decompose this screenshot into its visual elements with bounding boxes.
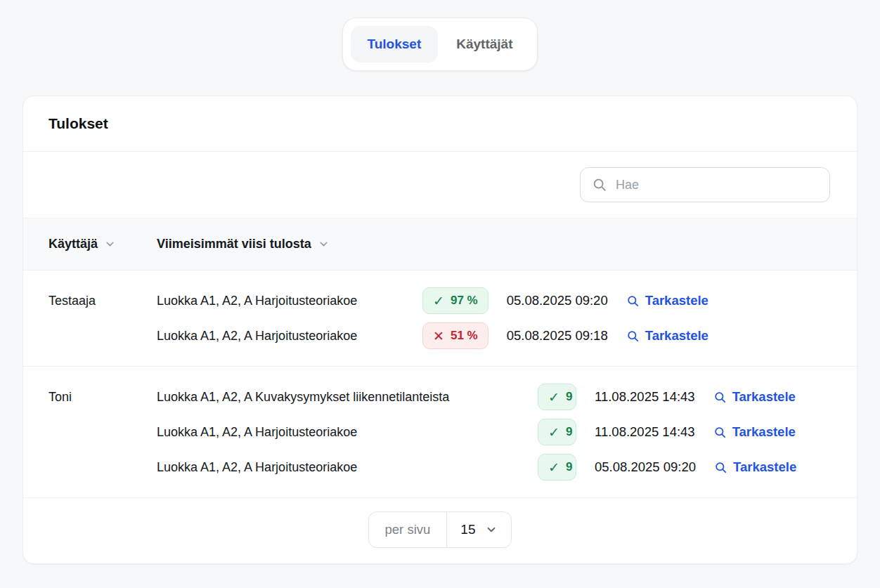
magnifier-icon: [714, 461, 727, 474]
card-header: Tulokset: [23, 96, 857, 152]
tab-tulokset[interactable]: Tulokset: [351, 26, 439, 63]
results-card: Tulokset Käyttäjä Viimeisimmät viisi tul…: [22, 96, 858, 564]
view-result-link[interactable]: Tarkastele: [713, 389, 796, 405]
view-result-label: Tarkastele: [732, 424, 796, 440]
result-line: Luokka A1, A2, A Kuvakysymykset liikenne…: [157, 379, 832, 414]
card-footer: per sivu 15: [23, 498, 857, 563]
table-header-row: Käyttäjä Viimeisimmät viisi tulosta: [23, 218, 857, 270]
score-value: 9: [566, 425, 572, 439]
magnifier-icon: [713, 391, 727, 404]
chevron-down-icon: [318, 238, 330, 250]
score-badge-fail: ✕ 51 %: [422, 322, 488, 349]
result-datetime: 05.08.2025 09:18: [507, 328, 608, 344]
result-title: Luokka A1, A2, A Harjoitusteoriakoe: [157, 460, 519, 475]
table-row: Testaaja Luokka A1, A2, A Harjoitusteori…: [23, 270, 857, 367]
magnifier-icon: [626, 329, 640, 343]
tab-switcher: Tulokset Käyttäjät: [342, 18, 538, 71]
result-datetime: 05.08.2025 09:20: [507, 293, 608, 308]
view-result-link[interactable]: Tarkastele: [714, 459, 796, 475]
tab-kayttajat[interactable]: Käyttäjät: [439, 26, 529, 63]
score-badge-pass: ✓ 9: [538, 454, 576, 481]
score-value: 97 %: [451, 294, 478, 308]
page-title: Tulokset: [48, 115, 832, 132]
search-box[interactable]: [580, 167, 830, 202]
result-line: Luokka A1, A2, A Harjoitusteoriakoe ✕ 51…: [157, 318, 832, 353]
view-result-label: Tarkastele: [732, 389, 796, 405]
result-datetime: 11.08.2025 14:43: [595, 389, 695, 405]
check-icon: ✓: [548, 391, 559, 404]
view-result-label: Tarkastele: [645, 293, 708, 308]
results-cell: Luokka A1, A2, A Kuvakysymykset liikenne…: [157, 379, 832, 485]
score-badge-pass: ✓ 97 %: [422, 287, 488, 314]
result-line: Luokka A1, A2, A Harjoitusteoriakoe ✓ 9 …: [157, 450, 832, 485]
score-value: 9: [566, 390, 572, 404]
column-header-results[interactable]: Viimeisimmät viisi tulosta: [157, 237, 330, 251]
result-line: Luokka A1, A2, A Harjoitusteoriakoe ✓ 97…: [157, 283, 832, 318]
search-input[interactable]: [616, 168, 818, 202]
x-icon: ✕: [433, 329, 444, 343]
result-title: Luokka A1, A2, A Kuvakysymykset liikenne…: [157, 390, 519, 405]
score-value: 9: [566, 460, 572, 474]
magnifier-icon: [713, 426, 727, 439]
chevron-down-icon: [104, 238, 116, 250]
tab-switcher-wrap: Tulokset Käyttäjät: [0, 0, 880, 71]
column-header-user-label: Käyttäjä: [48, 237, 98, 251]
per-page-label: per sivu: [369, 512, 447, 547]
view-result-link[interactable]: Tarkastele: [626, 328, 708, 344]
column-header-user[interactable]: Käyttäjä: [48, 237, 157, 251]
check-icon: ✓: [433, 294, 444, 308]
result-title: Luokka A1, A2, A Harjoitusteoriakoe: [157, 425, 519, 440]
results-cell: Luokka A1, A2, A Harjoitusteoriakoe ✓ 97…: [157, 283, 832, 353]
user-name: Toni: [48, 379, 157, 485]
per-page-select[interactable]: 15: [447, 512, 511, 547]
score-badge-pass: ✓ 9: [538, 419, 576, 445]
magnifier-icon: [626, 294, 640, 308]
search-row: [23, 152, 857, 218]
result-title: Luokka A1, A2, A Harjoitusteoriakoe: [157, 294, 404, 308]
result-line: Luokka A1, A2, A Harjoitusteoriakoe ✓ 9 …: [157, 414, 832, 450]
search-icon: [592, 177, 607, 192]
table-row: Toni Luokka A1, A2, A Kuvakysymykset lii…: [23, 367, 857, 498]
per-page-control: per sivu 15: [368, 511, 512, 548]
view-result-link[interactable]: Tarkastele: [626, 293, 708, 308]
result-datetime: 11.08.2025 14:43: [595, 424, 695, 440]
result-title: Luokka A1, A2, A Harjoitusteoriakoe: [157, 329, 404, 344]
user-name: Testaaja: [48, 283, 157, 353]
column-header-results-label: Viimeisimmät viisi tulosta: [157, 237, 311, 251]
view-result-link[interactable]: Tarkastele: [713, 424, 796, 440]
check-icon: ✓: [548, 426, 559, 439]
score-badge-pass: ✓ 9: [538, 384, 576, 410]
chevron-down-icon: [485, 523, 498, 536]
view-result-label: Tarkastele: [733, 459, 796, 475]
view-result-label: Tarkastele: [645, 328, 708, 344]
per-page-value: 15: [460, 522, 475, 537]
score-value: 51 %: [451, 329, 478, 343]
check-icon: ✓: [548, 461, 559, 474]
result-datetime: 05.08.2025 09:20: [595, 459, 696, 475]
